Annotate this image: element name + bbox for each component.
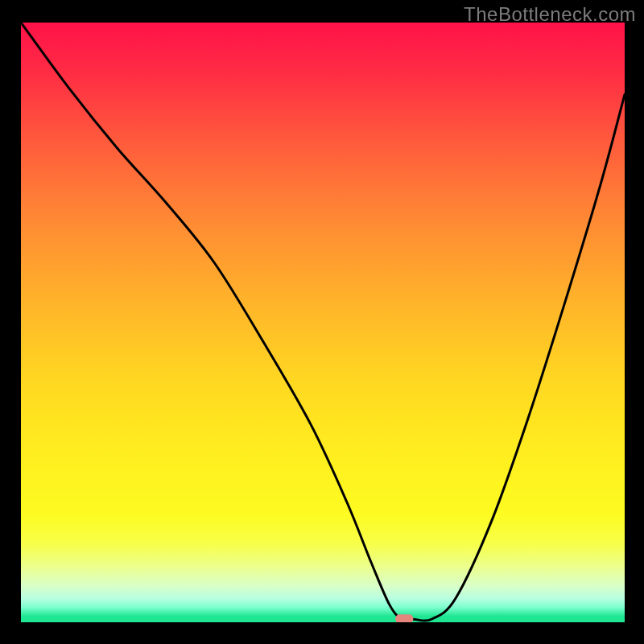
optimal-marker [395,614,413,622]
watermark-text: TheBottleneck.com [464,3,636,26]
curve-path [21,23,625,621]
chart-frame: TheBottleneck.com [0,0,644,644]
plot-area [21,23,625,622]
bottleneck-curve [21,23,625,622]
